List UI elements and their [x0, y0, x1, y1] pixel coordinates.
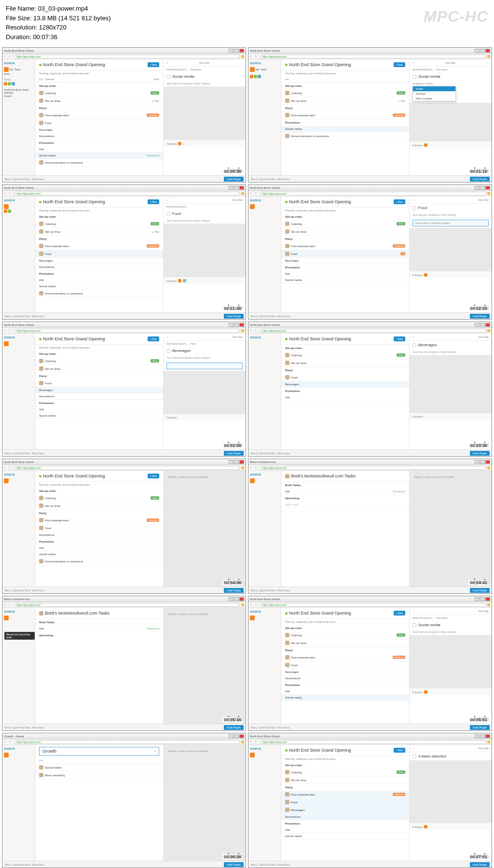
thumbnail-5: North End Store Grand... ‹›https://app.a…: [2, 322, 246, 457]
tooltip: Recent and upcoming tasks: [4, 632, 35, 640]
file-info-block: File Name: 03_03-power.mp4 File Size: 13…: [0, 0, 494, 45]
detail-title: Social media: [172, 74, 194, 79]
dropdown-menu[interactable]: Details Subtasks Mark Complete: [412, 86, 456, 101]
file-resolution: 1280x720: [39, 24, 67, 31]
thumbnail-4: North End Store Grand... ‹›https://app.a…: [248, 184, 492, 320]
thumbnail-8: Brett's Archived Inst... ‹›https://app.a…: [248, 459, 492, 594]
thumbnail-2: North End Store Grand... ‹›https://app.a…: [248, 47, 492, 182]
asana-logo: asana: [4, 61, 33, 65]
sidebar: asana Me: TasksInbox TEAM North End Stor…: [2, 59, 35, 175]
file-size: 13,8 MB (14 521 912 bytes): [33, 14, 110, 22]
empty-placeholder: Select a task to view its details.: [164, 471, 246, 483]
file-duration: 00:07:36: [33, 33, 57, 41]
thumbnail-6: North End Store Grand... ‹›https://app.a…: [248, 322, 492, 457]
thumbnail-grid: North End Store Grand... ‹›https://app.a…: [0, 45, 494, 868]
new-button[interactable]: + New: [148, 62, 159, 67]
search-box[interactable]: Growth ×: [39, 747, 159, 756]
project-title: North End Store Grand Opening: [43, 62, 105, 67]
url-bar[interactable]: https://app.asana.com/: [14, 55, 240, 58]
thumbnail-1: North End Store Grand... ‹›https://app.a…: [2, 47, 246, 182]
thumbnail-10: North End Store Grand... ‹›https://app.a…: [248, 596, 492, 731]
player-logo: MPC-HC: [424, 5, 488, 28]
timestamp: 00:00:35: [222, 168, 243, 174]
thumbnail-3: North End Store Grand... ‹›https://app.a…: [2, 184, 246, 320]
comment-input[interactable]: Choose who to follow this project: [412, 220, 489, 226]
thumbnail-12: North End Store Grand... ‹›https://app.a…: [248, 733, 492, 868]
thumbnail-7: North End Store Grand... ‹›https://app.a…: [2, 459, 246, 594]
file-name: 03_03-power.mp4: [38, 5, 88, 12]
multi-select-label: 4 tasks selected: [418, 754, 446, 758]
thumbnail-9: Brett's Archived Inst... ‹›https://app.a…: [2, 596, 246, 731]
task-list: North End Store Grand Opening+ New Plann…: [35, 59, 164, 175]
detail-panel: ✓Due Date⋯ North End Store G... · Promot…: [164, 59, 246, 175]
thumbnail-11: Growth - Asana ‹›https://app.asana.com/ …: [2, 733, 246, 868]
